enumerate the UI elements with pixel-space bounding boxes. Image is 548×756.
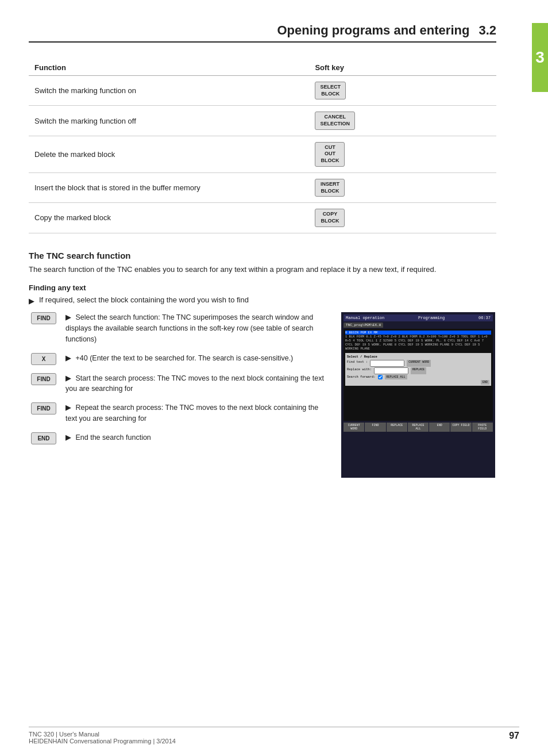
tnc-bottom-bar: CURRENT WORD FIND REPLACE REPLACE ALL EN… [344, 423, 493, 432]
search-dialog: Select / Replace Find text : CURRENT WOR… [345, 353, 491, 386]
step-text-2: ▶ +40 (Enter the text to be searched for… [65, 353, 330, 364]
search-steps: FIND ▶ Select the search function: The T… [29, 312, 330, 478]
code-line: 2 BLK FORM 0.2 X+100 Y+100 Z+0 [398, 335, 455, 339]
end-key[interactable]: END [31, 432, 56, 444]
table-row: Switch the marking function on SELECTBLO… [29, 76, 496, 106]
find-text-input[interactable] [370, 360, 404, 367]
page-header: Opening programs and entering 3.2 [29, 23, 496, 43]
table-row: Delete the marked block CUTOUTBLOCK [29, 136, 496, 172]
function-label: Switch the marking function on [29, 76, 309, 106]
step-item: FIND ▶ Select the search function: The T… [29, 312, 330, 344]
replace-text-input[interactable] [374, 367, 408, 374]
footer-publisher: HEIDENHAIN Conversational Programming | … [29, 738, 176, 745]
table-row: Copy the marked block COPYBLOCK [29, 203, 496, 233]
find-key-2[interactable]: FIND [31, 373, 56, 385]
softkey-cancel-selection[interactable]: CANCELSELECTION [315, 112, 355, 129]
tnc-search-section: The TNC search function The search funct… [29, 251, 496, 478]
arrow-right-icon: ▶ [29, 297, 34, 305]
dialog-row-find: Find text : CURRENT WORD [347, 360, 489, 367]
softkey-cell: COPYBLOCK [309, 203, 496, 233]
search-forward-checkbox[interactable] [378, 375, 383, 379]
x-key[interactable]: X [31, 353, 56, 365]
step-key-x: X [29, 353, 59, 365]
step-desc-2: +40 (Enter the text to be searched for. … [75, 354, 293, 362]
end-dialog-btn[interactable]: END [481, 380, 489, 385]
replace-label: Replace with: [347, 367, 372, 374]
bottom-end[interactable]: END [429, 423, 450, 432]
function-table: Function Soft key Switch the marking fun… [29, 60, 496, 233]
step-text-4: ▶ Repeat the search process: The TNC mov… [65, 402, 330, 424]
step-text-1: ▶ Select the search function: The TNC su… [65, 312, 330, 344]
dialog-title: Select / Replace [347, 355, 489, 359]
dialog-row-replace: Replace with: REPLACE [347, 367, 489, 374]
finding-any-text-heading: Finding any text [29, 283, 496, 292]
search-forward-label: Search forward: [347, 375, 376, 379]
softkey-insert-block[interactable]: INSERTBLOCK [315, 179, 345, 197]
bottom-current-word[interactable]: CURRENT WORD [344, 423, 364, 432]
step-key-end: END [29, 432, 59, 444]
step-key-find-1: FIND [29, 312, 59, 324]
find-label: Find text : [347, 360, 368, 367]
softkey-cell: CUTOUTBLOCK [309, 136, 496, 172]
page-footer: TNC 320 | User's Manual HEIDENHAIN Conve… [29, 727, 519, 745]
step-item: END ▶ End the search function [29, 432, 330, 444]
softkey-select-block[interactable]: SELECTBLOCK [315, 82, 346, 99]
replace-all-btn[interactable]: REPLACE ALL [385, 375, 407, 379]
tnc-screen-content: 0 BEGIN PGM EX MM 1 BLK FORM 0.1 Z-45 Y+… [344, 329, 493, 421]
function-label: Delete the marked block [29, 136, 309, 172]
tab-file: TNC_prog\PGM\EX.H [344, 323, 383, 328]
arrow-right-icon: ▶ [65, 404, 71, 412]
tnc-section-heading: The TNC search function [29, 251, 496, 260]
step-desc-4: Repeat the search process: The TNC moves… [65, 404, 318, 423]
table-row: Insert the block that is stored in the b… [29, 172, 496, 202]
bottom-copy-field[interactable]: COPY FIELD [450, 423, 471, 432]
bottom-replace[interactable]: REPLACE [387, 423, 407, 432]
bottom-replace-all[interactable]: REPLACE ALL [408, 423, 429, 432]
code-line: 6 CYCL DEF 14 C A+0 [444, 339, 480, 343]
page-section: 3.2 [478, 23, 496, 38]
step-desc-3: Start the search process: The TNC moves … [65, 374, 324, 393]
arrow-right-icon: ▶ [65, 433, 71, 442]
softkey-copy-block[interactable]: COPYBLOCK [315, 209, 345, 227]
table-row: Switch the marking function off CANCELSE… [29, 106, 496, 136]
screen-mode-label: Manual operation [346, 316, 384, 320]
current-word-btn[interactable]: CURRENT WORD [407, 360, 431, 367]
screen-prog-label: Programming [418, 316, 445, 320]
dialog-end-row: END [347, 380, 489, 384]
code-line: 5 CYCL DEF 19 S WORK. PL. [395, 339, 442, 343]
softkey-cut-out-block[interactable]: CUTOUTBLOCK [315, 142, 345, 167]
arrow-right-icon: ▶ [65, 374, 71, 382]
tnc-screen-tabs: TNC_prog\PGM\EX.H [344, 323, 493, 328]
table-col-function: Function [29, 60, 309, 76]
search-section-body: FIND ▶ Select the search function: The T… [29, 312, 496, 478]
step-key-find-2: FIND [29, 373, 59, 385]
softkey-cell: SELECTBLOCK [309, 76, 496, 106]
step-text-3: ▶ Start the search process: The TNC move… [65, 373, 330, 395]
chapter-number: 3 [535, 48, 545, 67]
step-text-5: ▶ End the search function [65, 432, 330, 443]
find-key-3[interactable]: FIND [31, 402, 56, 415]
arrow-right-icon: ▶ [65, 313, 71, 321]
page-title: Opening programs and entering [277, 23, 469, 38]
highlighted-line: 0 BEGIN PGM EX MM [345, 331, 491, 335]
step-item: FIND ▶ Start the search process: The TNC… [29, 373, 330, 395]
arrow-right-icon: ▶ [65, 354, 71, 362]
find-key-1[interactable]: FIND [31, 312, 56, 324]
if-required-text: If required, select the block containing… [39, 296, 249, 304]
footer-left: TNC 320 | User's Manual HEIDENHAIN Conve… [29, 731, 176, 745]
bottom-paste-field[interactable]: PASTE FIELD [472, 423, 493, 432]
step-desc-1: Select the search function: The TNC supe… [65, 313, 313, 343]
step-item: X ▶ +40 (Enter the text to be searched f… [29, 353, 330, 365]
function-label: Copy the marked block [29, 203, 309, 233]
code-line: 8 CYCL DEF 19 S WORKING PLANE [395, 343, 450, 347]
function-label: Switch the marking function off [29, 106, 309, 136]
tnc-intro: The search function of the TNC enables y… [29, 264, 496, 276]
dialog-row-search-forward: Search forward: REPLACE ALL [347, 375, 489, 379]
screen-time: 06:37 [478, 316, 491, 320]
tnc-screen-display: Manual operation Programming 06:37 TNC_p… [341, 312, 495, 478]
replace-btn[interactable]: REPLACE [411, 367, 426, 374]
page-number: 97 [509, 731, 519, 745]
code-line: 4 TOOL CALL 1 Z S2500 [353, 339, 392, 343]
bottom-find[interactable]: FIND [365, 423, 385, 432]
step-desc-5: End the search function [75, 433, 150, 442]
